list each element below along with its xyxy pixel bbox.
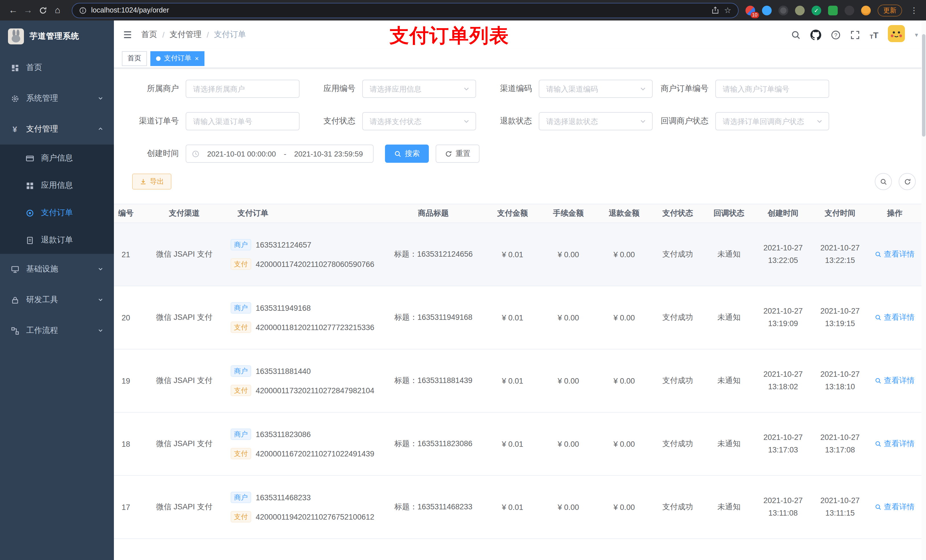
create-time-range-picker[interactable]: - xyxy=(186,145,374,163)
table-row: 17 微信 JSAPI 支付 商户1635311468233 支付4200001… xyxy=(114,476,926,539)
merchant-input[interactable] xyxy=(192,84,293,94)
export-button[interactable]: 导出 xyxy=(132,174,171,190)
view-detail-link[interactable]: 查看详情 xyxy=(869,502,921,512)
font-size-icon[interactable]: TT xyxy=(870,30,878,39)
extension-icon-8[interactable] xyxy=(861,5,871,15)
browser-menu-icon[interactable]: ⋮ xyxy=(909,6,919,15)
github-icon[interactable] xyxy=(810,29,821,40)
app-select[interactable] xyxy=(362,80,476,98)
tags-view-bar: 首页 支付订单 × xyxy=(114,49,926,68)
tab-pay-order[interactable]: 支付订单 × xyxy=(150,51,204,66)
scrollbar-track xyxy=(921,21,926,560)
app-input[interactable] xyxy=(368,84,460,94)
magnifier-icon xyxy=(875,251,882,258)
svg-text:?: ? xyxy=(834,32,837,38)
sidebar-item-payment[interactable]: ¥ 支付管理 xyxy=(0,114,114,145)
logo-avatar xyxy=(8,29,24,44)
view-detail-link[interactable]: 查看详情 xyxy=(869,376,921,386)
merchant-order-no-input[interactable] xyxy=(722,84,823,94)
close-icon[interactable]: × xyxy=(195,55,199,62)
view-detail-link[interactable]: 查看详情 xyxy=(869,312,921,323)
active-dot xyxy=(156,56,160,60)
extensions-area: 10 ✓ 更新 ⋮ xyxy=(746,4,920,16)
refresh-table-icon[interactable] xyxy=(899,173,916,190)
extension-icon-2[interactable] xyxy=(762,5,772,15)
extension-icon-1[interactable]: 10 xyxy=(746,5,755,15)
search-button[interactable]: 搜索 xyxy=(385,145,429,163)
search-icon[interactable] xyxy=(791,30,801,39)
channel-code-input[interactable] xyxy=(545,84,636,94)
browser-home-icon[interactable]: ⌂ xyxy=(50,3,65,18)
sidebar-item-infra[interactable]: 基础设施 xyxy=(0,254,114,285)
extension-icon-3[interactable] xyxy=(779,5,788,15)
scrollbar-thumb[interactable] xyxy=(922,34,925,137)
url-text: localhost:1024/pay/order xyxy=(91,6,707,14)
avatar-caret-icon[interactable]: ▾ xyxy=(915,31,918,38)
extension-icon-6[interactable] xyxy=(828,5,838,15)
share-icon[interactable] xyxy=(711,6,720,14)
hamburger-icon[interactable] xyxy=(114,30,141,40)
yen-icon: ¥ xyxy=(10,125,20,134)
payment-submenu: 商户信息 应用信息 支付订单 退款订单 xyxy=(0,145,114,254)
browser-reload-icon[interactable] xyxy=(35,3,50,18)
refund-status-select[interactable] xyxy=(539,112,653,130)
main-area: 首页 / 支付管理 / 支付订单 支付订单列表 ? TT ▾ 首页 支 xyxy=(114,21,926,560)
browser-update-button[interactable]: 更新 xyxy=(878,4,902,16)
site-info-icon[interactable] xyxy=(79,6,86,14)
fullscreen-icon[interactable] xyxy=(850,30,860,39)
channel-order-no-input[interactable] xyxy=(192,116,293,126)
breadcrumb-payment[interactable]: 支付管理 xyxy=(170,30,201,40)
extension-icon-5[interactable]: ✓ xyxy=(811,5,821,15)
browser-forward-icon[interactable]: → xyxy=(21,3,35,18)
sidebar-item-workflow[interactable]: 工作流程 xyxy=(0,315,114,346)
merchant-select[interactable] xyxy=(186,80,300,98)
date-end-input[interactable] xyxy=(290,149,367,158)
extension-icon-7[interactable] xyxy=(844,5,854,15)
gear-icon xyxy=(10,94,20,103)
view-detail-link[interactable]: 查看详情 xyxy=(869,249,921,260)
navbar: 首页 / 支付管理 / 支付订单 支付订单列表 ? TT ▾ xyxy=(114,21,926,49)
notify-status-input[interactable] xyxy=(722,116,813,126)
show-search-icon[interactable] xyxy=(875,173,892,190)
magnifier-icon xyxy=(875,377,882,384)
search-icon xyxy=(394,150,401,157)
browser-back-icon[interactable]: ← xyxy=(6,3,21,18)
refund-status-input[interactable] xyxy=(545,116,636,126)
bookmark-star-icon[interactable]: ☆ xyxy=(724,6,731,15)
merchant-badge: 商户 xyxy=(231,492,251,503)
channel-order-no-field[interactable] xyxy=(186,112,300,130)
notify-status-select[interactable] xyxy=(715,112,829,130)
avatar[interactable] xyxy=(888,25,905,44)
chevron-down-icon xyxy=(98,296,103,304)
sidebar-item-system[interactable]: 系统管理 xyxy=(0,83,114,114)
sidebar-item-app-info[interactable]: 应用信息 xyxy=(0,172,114,199)
chevron-down-icon xyxy=(640,85,646,92)
reset-button[interactable]: 重置 xyxy=(436,145,480,163)
breadcrumb-home[interactable]: 首页 xyxy=(141,30,157,40)
extension-icon-4[interactable] xyxy=(795,5,805,15)
orders-table: 编号 支付渠道 支付订单 商品标题 支付金额 手续金额 退款金额 支付状态 回调… xyxy=(114,204,926,560)
view-detail-link[interactable]: 查看详情 xyxy=(869,439,921,449)
table-row: 21 微信 JSAPI 支付 商户1635312124657 支付4200001… xyxy=(114,223,926,286)
channel-code-select[interactable] xyxy=(539,80,653,98)
sidebar-item-home[interactable]: 首页 xyxy=(0,52,114,83)
pay-status-input[interactable] xyxy=(368,116,460,126)
sidebar-item-pay-order[interactable]: 支付订单 xyxy=(0,199,114,226)
table-toolbar: 导出 xyxy=(114,173,926,190)
date-start-input[interactable] xyxy=(203,149,280,158)
sidebar-item-refund-order[interactable]: 退款订单 xyxy=(0,226,114,254)
address-bar[interactable]: localhost:1024/pay/order ☆ xyxy=(72,3,738,18)
breadcrumb: 首页 / 支付管理 / 支付订单 xyxy=(141,30,246,40)
search-form: 所属商户 应用编号 渠道编码 xyxy=(114,68,926,163)
table-row: 20 微信 JSAPI 支付 商户1635311949168 支付4200001… xyxy=(114,286,926,349)
help-icon[interactable]: ? xyxy=(831,30,841,39)
pay-status-select[interactable] xyxy=(362,112,476,130)
download-icon xyxy=(139,178,147,185)
merchant-order-no-field[interactable] xyxy=(715,80,829,98)
merchant-badge: 商户 xyxy=(231,239,251,251)
table-row: 18 微信 JSAPI 支付 商户1635311823086 支付4200001… xyxy=(114,413,926,476)
page-title-annotation: 支付订单列表 xyxy=(390,23,509,49)
sidebar-item-devtools[interactable]: 研发工具 xyxy=(0,285,114,315)
tab-home[interactable]: 首页 xyxy=(122,51,147,66)
sidebar-item-merchant-info[interactable]: 商户信息 xyxy=(0,145,114,172)
